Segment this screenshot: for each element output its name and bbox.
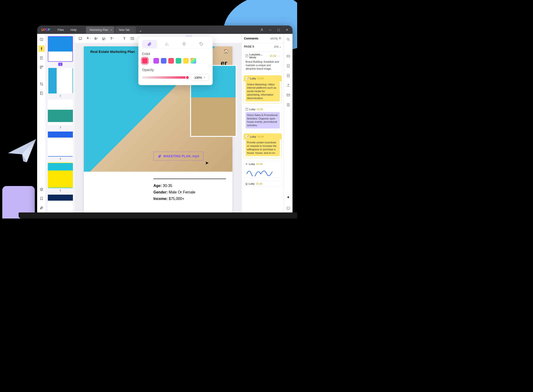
popover-tab-tag[interactable] bbox=[194, 40, 209, 48]
convert-icon[interactable] bbox=[285, 63, 292, 69]
highlight-tool-icon[interactable]: ▾ bbox=[85, 35, 91, 42]
search-icon[interactable] bbox=[285, 36, 292, 43]
maximize-button[interactable]: ▢ bbox=[275, 27, 282, 33]
tab-label: Marketing Plan bbox=[90, 28, 108, 32]
account-icon[interactable] bbox=[258, 27, 266, 33]
color-swatch[interactable] bbox=[176, 58, 181, 64]
popout-icon[interactable]: ⇱ bbox=[279, 37, 281, 40]
svg-point-18 bbox=[288, 75, 288, 76]
svg-point-14 bbox=[287, 38, 289, 40]
tab-label: New Tab bbox=[119, 28, 130, 32]
edit-mode-icon[interactable] bbox=[38, 55, 45, 61]
pen-comment-icon: ✒ bbox=[245, 163, 248, 166]
popover-tab-attachment[interactable] bbox=[142, 40, 157, 48]
tab-new[interactable]: New Tab bbox=[115, 26, 136, 33]
textbox-tool-icon[interactable] bbox=[129, 35, 136, 42]
comment-time: 15:34 bbox=[256, 108, 263, 111]
underline-tool-icon[interactable]: U▾ bbox=[101, 35, 107, 42]
comment-item[interactable]: 🅃Luby15:34 Direct Sales & Promotional Ac… bbox=[244, 106, 282, 131]
share-icon[interactable] bbox=[285, 82, 292, 89]
slider-thumb[interactable] bbox=[185, 75, 189, 79]
comment-item[interactable]: 🅃Lubybbb…bbuty15:34⋯ Brand Building: Est… bbox=[244, 51, 282, 73]
field-age: Age: 30-35 bbox=[153, 184, 226, 188]
thumb-number: 5 bbox=[60, 189, 61, 192]
opacity-value-select[interactable]: 100%▼ bbox=[191, 74, 209, 81]
color-swatch-rainbow[interactable] bbox=[191, 58, 196, 64]
svg-rect-2 bbox=[41, 48, 42, 50]
color-swatch[interactable] bbox=[161, 58, 166, 64]
comments-page-header[interactable]: PAGE 5 (24) ⌄ bbox=[242, 43, 284, 50]
ocr-icon[interactable] bbox=[285, 53, 292, 59]
comment-item[interactable]: ULuby15:34 bbox=[244, 181, 282, 187]
layers-icon[interactable] bbox=[38, 186, 45, 192]
color-label: Color bbox=[142, 52, 209, 56]
attachment-icon[interactable] bbox=[38, 205, 45, 211]
color-swatch[interactable] bbox=[142, 58, 148, 64]
paperclip-icon bbox=[158, 154, 162, 158]
strikethrough-tool-icon[interactable]: S▾ bbox=[93, 35, 99, 42]
color-swatch[interactable] bbox=[183, 58, 189, 64]
tab-close-icon[interactable]: × bbox=[110, 28, 112, 32]
svg-rect-8 bbox=[79, 37, 82, 39]
thumb-number: 3 bbox=[60, 126, 61, 129]
popover-tab-pin[interactable] bbox=[177, 40, 192, 48]
protect-icon[interactable] bbox=[285, 72, 292, 79]
note-comment-icon: 📝 bbox=[245, 135, 249, 138]
thumbnail-3[interactable]: 3 bbox=[48, 99, 73, 129]
comment-item[interactable]: ✒Luby15:34 bbox=[244, 161, 282, 178]
close-button[interactable]: ✕ bbox=[283, 27, 291, 33]
svg-rect-4 bbox=[40, 66, 41, 67]
comment-text: Brand Building: Establish and maintain a… bbox=[245, 60, 280, 70]
divider bbox=[153, 179, 226, 179]
comment-user: Luby bbox=[249, 163, 255, 165]
menu-files[interactable]: Files bbox=[54, 28, 67, 32]
color-swatch[interactable] bbox=[168, 58, 174, 64]
menubar: UPDF Files Help ─ ▢ ✕ bbox=[37, 26, 292, 34]
print-icon[interactable] bbox=[285, 102, 292, 108]
comment-time: 15:34 bbox=[256, 182, 262, 185]
color-swatch[interactable] bbox=[153, 58, 159, 64]
thumb-number: 2 bbox=[60, 94, 61, 97]
left-toolbar bbox=[37, 34, 46, 213]
app-window: UPDF Files Help ─ ▢ ✕ Marketing Plan× Ne… bbox=[37, 26, 292, 213]
compress-icon[interactable] bbox=[38, 90, 45, 97]
page-title: Real Estate Marketing Plan bbox=[90, 50, 135, 54]
thumbnail-2[interactable]: 2 bbox=[48, 68, 73, 98]
comment-time: 15:34 bbox=[257, 77, 264, 80]
annotate-mode-icon[interactable] bbox=[38, 46, 45, 52]
thumbnail-5[interactable]: 5 bbox=[48, 163, 73, 192]
ai-icon[interactable]: ✦ bbox=[287, 195, 290, 200]
comments-total: (4578) bbox=[270, 37, 278, 40]
chat-icon[interactable] bbox=[285, 205, 292, 211]
thumbnail-1[interactable]: 1 bbox=[48, 36, 73, 66]
thumb-number: 4 bbox=[60, 158, 61, 160]
reader-mode-icon[interactable] bbox=[38, 36, 45, 43]
comment-text: Online Marketing: Utilize internet platf… bbox=[245, 81, 280, 101]
chevron-down-icon: ⌄ bbox=[279, 45, 281, 48]
text-tool-icon[interactable]: T bbox=[121, 35, 128, 42]
comment-tool-icon[interactable] bbox=[77, 35, 84, 42]
comment-user: Luby bbox=[249, 108, 255, 111]
right-toolbar: ✦ bbox=[284, 34, 292, 213]
bookmark-icon[interactable] bbox=[38, 195, 45, 202]
note-comment-icon: 📝 bbox=[245, 77, 249, 80]
attachment-annotation[interactable]: MAKETING PLAN. mp3 bbox=[153, 152, 203, 160]
organize-mode-icon[interactable] bbox=[38, 64, 45, 70]
comment-text: Provide certain incentives or rewards to… bbox=[245, 139, 280, 156]
thumbnail-4[interactable]: 4 bbox=[48, 131, 73, 161]
tab-add-button[interactable]: + bbox=[137, 29, 144, 33]
crop-icon[interactable] bbox=[38, 81, 45, 87]
opacity-slider[interactable] bbox=[142, 76, 188, 79]
more-icon[interactable]: ⋯ bbox=[277, 55, 280, 57]
tab-marketing-plan[interactable]: Marketing Plan× bbox=[86, 26, 114, 33]
comment-item[interactable]: 📝Luby15:34 Online Marketing: Utilize int… bbox=[244, 75, 282, 103]
minimize-button[interactable]: ─ bbox=[266, 27, 274, 33]
thumbnail-6[interactable] bbox=[48, 194, 73, 213]
popover-tab-graph[interactable] bbox=[160, 40, 175, 48]
menu-help[interactable]: Help bbox=[67, 28, 80, 32]
squiggly-tool-icon[interactable]: T▾ bbox=[109, 35, 115, 42]
thumbnail-panel: 1 2 3 4 5 bbox=[46, 34, 75, 213]
svg-rect-17 bbox=[287, 74, 289, 77]
email-icon[interactable] bbox=[285, 92, 292, 98]
comment-item[interactable]: 📝Luby15:34 Provide certain incentives or… bbox=[244, 133, 282, 158]
